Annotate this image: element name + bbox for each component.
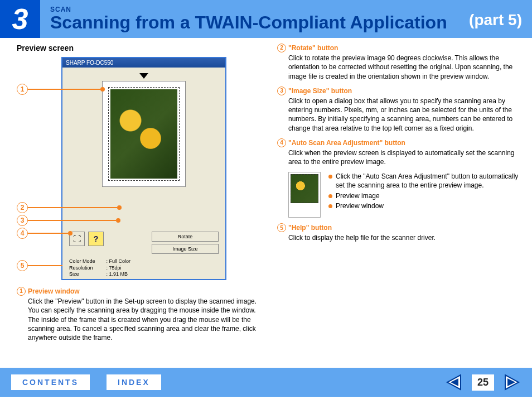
callout-3: 3 <box>17 215 120 226</box>
image-size-button: Image Size <box>152 244 219 254</box>
callout-1: 1 <box>17 84 105 95</box>
connector-dot-icon <box>328 204 332 208</box>
circled-4: 4 <box>277 138 286 147</box>
callout-4: 4 <box>17 228 72 239</box>
item-2-title: "Rotate" button <box>288 44 338 52</box>
info-values: : Full Color : 75dpi : 1.91 MB <box>107 258 131 278</box>
item-5-title: "Help" button <box>288 223 332 232</box>
info-block: Color Mode Resolution Size : Full Color … <box>69 258 219 278</box>
mini-line-b: Preview image <box>336 191 380 200</box>
help-icon: ? <box>88 232 104 246</box>
item-3-body: Click to open a dialog box that allows y… <box>288 97 521 133</box>
circled-3: 3 <box>277 86 286 95</box>
mini-thumbnail <box>288 172 321 218</box>
window-titlebar: SHARP FO-DC550 <box>62 58 225 68</box>
page-header: 3 SCAN Scanning from a TWAIN-Compliant A… <box>0 0 532 38</box>
preview-image-area <box>102 81 186 187</box>
circled-2: 2 <box>277 44 286 52</box>
left-column: Preview screen SHARP FO-DC550 ⛶ ? Rotate… <box>17 44 260 348</box>
item-5-body: Click to display the help file for the s… <box>288 233 521 242</box>
index-button[interactable]: INDEX <box>107 374 161 390</box>
arrow-down-icon <box>139 73 148 79</box>
rotate-button: Rotate <box>152 232 219 242</box>
callout-5: 5 <box>17 260 62 271</box>
next-page-icon[interactable] <box>504 374 521 391</box>
item-2-body: Click to rotate the preview image 90 deg… <box>288 54 521 81</box>
page-number: 25 <box>472 374 494 391</box>
item-3: 3"Image Size" button Click to open a dia… <box>277 86 521 133</box>
item-5: 5"Help" button Click to display the help… <box>277 223 521 242</box>
circled-5: 5 <box>277 223 286 232</box>
mini-line-a: Click the "Auto Scan Area Adjustment" bu… <box>336 172 521 190</box>
item-1-title: Preview window <box>28 287 80 296</box>
main-content: Preview screen SHARP FO-DC550 ⛶ ? Rotate… <box>0 38 532 348</box>
callout-2: 2 <box>17 202 122 213</box>
chapter-number: 3 <box>0 0 40 38</box>
page-title: Scanning from a TWAIN-Compliant Applicat… <box>50 12 447 33</box>
item-4-title: "Auto Scan Area Adjustment" button <box>288 138 405 147</box>
item-3-title: "Image Size" button <box>288 86 352 95</box>
connector-dot-icon <box>328 175 332 179</box>
part-label: (part 5) <box>469 11 522 29</box>
right-column: 2"Rotate" button Click to rotate the pre… <box>277 44 521 348</box>
item-4-body: Click when the preview screen is display… <box>288 148 521 166</box>
page-footer: CONTENTS INDEX 25 <box>0 368 532 397</box>
circled-1: 1 <box>17 287 26 296</box>
info-labels: Color Mode Resolution Size <box>69 258 95 278</box>
prev-page-icon[interactable] <box>445 374 462 391</box>
mini-preview-box: Click the "Auto Scan Area Adjustment" bu… <box>288 172 521 218</box>
preview-photo <box>110 89 177 179</box>
contents-button[interactable]: CONTENTS <box>11 374 90 390</box>
item-2: 2"Rotate" button Click to rotate the pre… <box>277 44 521 81</box>
item-4: 4"Auto Scan Area Adjustment" button Clic… <box>277 138 521 167</box>
header-text-block: SCAN Scanning from a TWAIN-Compliant App… <box>50 6 447 33</box>
mini-line-c: Preview window <box>336 201 384 210</box>
preview-heading: Preview screen <box>17 44 260 52</box>
item-1-body: Click the "Preview" button in the Set-up… <box>28 297 260 342</box>
item-1: 1Preview window Click the "Preview" butt… <box>17 287 260 342</box>
connector-dot-icon <box>328 194 332 198</box>
